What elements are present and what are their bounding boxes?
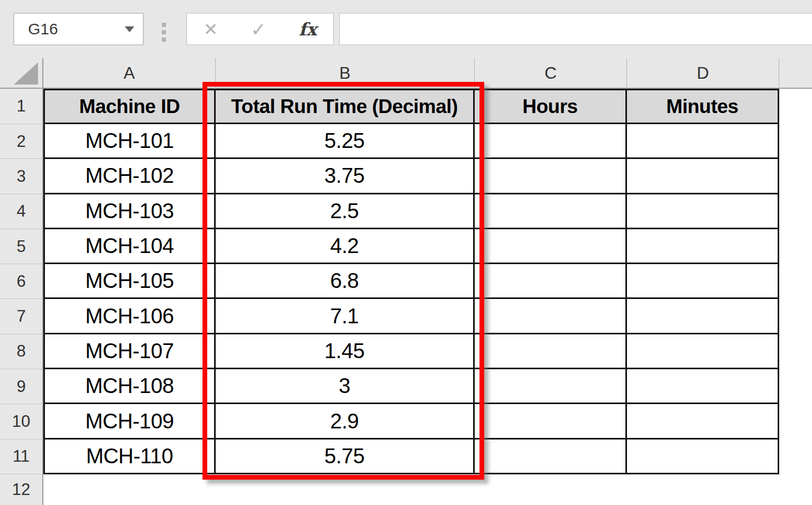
cell-minutes[interactable] — [627, 194, 779, 229]
column-header-a[interactable]: A — [43, 58, 216, 89]
cell-outside[interactable] — [779, 229, 812, 264]
cell-run-time[interactable]: 5.25 — [216, 124, 475, 159]
cell-outside[interactable] — [779, 369, 812, 404]
row-header[interactable]: 12 — [0, 474, 43, 505]
row-header[interactable]: 4 — [0, 194, 43, 229]
cell-minutes[interactable] — [627, 124, 779, 159]
row-header[interactable]: 11 — [0, 439, 43, 474]
row-header[interactable]: 1 — [0, 89, 43, 124]
cell-minutes[interactable] — [627, 369, 779, 404]
cell-hours[interactable] — [475, 299, 627, 334]
cell-outside[interactable] — [779, 89, 812, 124]
cell-machine-id[interactable]: MCH-101 — [43, 124, 216, 159]
cell-hours[interactable] — [475, 194, 627, 229]
spreadsheet-grid: A B C D 1 Machine ID Total Run Time (Dec… — [0, 58, 812, 505]
cell-run-time[interactable]: 4.2 — [216, 229, 475, 264]
column-header-b[interactable]: B — [216, 58, 475, 89]
cell-machine-id[interactable]: MCH-109 — [43, 404, 216, 439]
cell-run-time[interactable]: 2.5 — [216, 194, 475, 229]
cell-run-time[interactable]: 6.8 — [216, 264, 475, 299]
cell-machine-id[interactable]: MCH-106 — [43, 299, 216, 334]
row-header[interactable]: 2 — [0, 124, 43, 159]
cell-run-time[interactable]: 7.1 — [216, 299, 475, 334]
cell-outside[interactable] — [779, 159, 812, 194]
cell-machine-id[interactable]: MCH-103 — [43, 194, 216, 229]
cell-hours[interactable] — [475, 334, 627, 369]
row-header[interactable]: 5 — [0, 229, 43, 264]
cell-machine-id[interactable]: MCH-102 — [43, 159, 216, 194]
cell-minutes[interactable] — [627, 264, 779, 299]
cell-machine-id[interactable]: MCH-105 — [43, 264, 216, 299]
cell-hours[interactable] — [475, 369, 627, 404]
insert-function-icon[interactable]: fx — [299, 21, 317, 38]
cell-minutes[interactable] — [627, 334, 779, 369]
cell-outside[interactable] — [779, 194, 812, 229]
cell-outside[interactable] — [779, 299, 812, 334]
cell-a1-machine-id-header[interactable]: Machine ID — [43, 89, 216, 124]
cell-hours[interactable] — [475, 439, 627, 474]
row-header[interactable]: 3 — [0, 159, 43, 194]
cell-b1-run-time-header[interactable]: Total Run Time (Decimal) — [216, 89, 475, 124]
cell-outside[interactable] — [779, 439, 812, 474]
row-header[interactable]: 8 — [0, 334, 43, 369]
cell-minutes[interactable] — [627, 159, 779, 194]
enter-icon[interactable]: ✓ — [251, 20, 266, 39]
cell-hours[interactable] — [475, 404, 627, 439]
cell-machine-id[interactable]: MCH-107 — [43, 334, 216, 369]
select-all-corner[interactable] — [0, 58, 43, 89]
cell-hours[interactable] — [475, 229, 627, 264]
cell-minutes[interactable] — [627, 299, 779, 334]
cancel-icon[interactable]: ✕ — [204, 21, 218, 38]
cell-d1-minutes-header[interactable]: Minutes — [627, 89, 779, 124]
cell-run-time[interactable]: 3 — [216, 369, 475, 404]
formula-bar[interactable] — [339, 13, 812, 45]
cell-outside[interactable] — [779, 334, 812, 369]
column-header-c[interactable]: C — [475, 58, 627, 89]
cell-run-time[interactable]: 2.9 — [216, 404, 475, 439]
formula-bar-input[interactable] — [340, 14, 812, 44]
separator-dots-icon — [162, 23, 166, 42]
cell-hours[interactable] — [475, 124, 627, 159]
cell-outside[interactable] — [779, 264, 812, 299]
cell-outside[interactable] — [43, 474, 812, 505]
cell-machine-id[interactable]: MCH-104 — [43, 229, 216, 264]
select-all-icon — [14, 62, 38, 85]
column-header-rest — [779, 58, 812, 89]
cell-run-time[interactable]: 1.45 — [216, 334, 475, 369]
row-header[interactable]: 6 — [0, 264, 43, 299]
cell-minutes[interactable] — [627, 229, 779, 264]
column-header-d[interactable]: D — [627, 58, 779, 89]
formula-bar-chrome: ✕ ✓ fx — [0, 0, 812, 58]
cell-minutes[interactable] — [627, 439, 779, 474]
cell-outside[interactable] — [779, 404, 812, 439]
row-header[interactable]: 7 — [0, 299, 43, 334]
row-header[interactable]: 10 — [0, 404, 43, 439]
cell-run-time[interactable]: 3.75 — [216, 159, 475, 194]
cell-hours[interactable] — [475, 159, 627, 194]
formula-buttons-group: ✕ ✓ fx — [186, 13, 334, 45]
cell-minutes[interactable] — [627, 404, 779, 439]
name-box-input[interactable] — [14, 20, 114, 39]
cell-hours[interactable] — [475, 264, 627, 299]
cell-c1-hours-header[interactable]: Hours — [475, 89, 627, 124]
namebox-dropdown-icon[interactable] — [125, 26, 134, 32]
row-header[interactable]: 9 — [0, 369, 43, 404]
name-box[interactable] — [13, 13, 144, 45]
cell-machine-id[interactable]: MCH-110 — [43, 439, 216, 474]
cell-run-time[interactable]: 5.75 — [216, 439, 475, 474]
cell-outside[interactable] — [779, 124, 812, 159]
cell-machine-id[interactable]: MCH-108 — [43, 369, 216, 404]
